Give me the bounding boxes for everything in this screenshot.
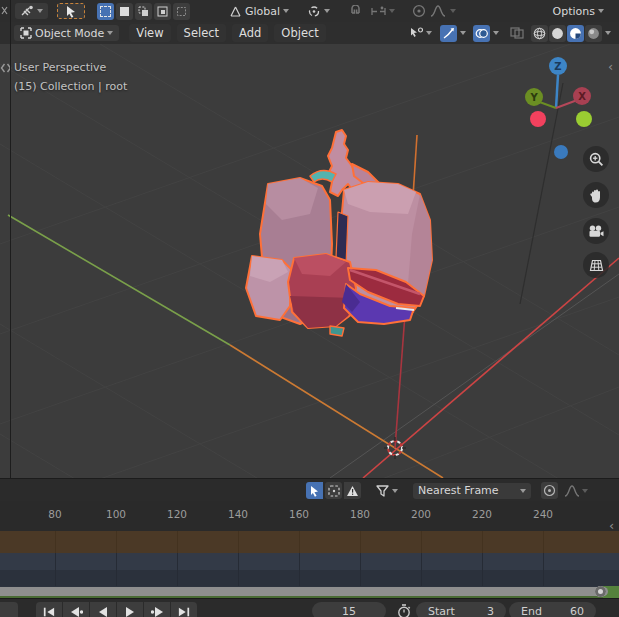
ruler-tick: 160 bbox=[289, 508, 309, 520]
area-divider[interactable] bbox=[10, 0, 11, 478]
zoom-view-button[interactable] bbox=[583, 146, 609, 172]
object-types-dropdown[interactable] bbox=[405, 25, 437, 41]
start-label: Start bbox=[428, 605, 455, 617]
menu-view[interactable]: View bbox=[129, 24, 170, 42]
preview-range-clock-icon[interactable] bbox=[397, 604, 411, 617]
magnifier-icon bbox=[589, 152, 604, 167]
timeline-ruler[interactable]: 80 100 120 140 160 180 200 220 240 ‹ bbox=[0, 501, 619, 531]
ruler-tick: 180 bbox=[350, 508, 370, 520]
falloff-curve-icon[interactable] bbox=[430, 5, 446, 17]
select-mode-subtract[interactable] bbox=[135, 3, 152, 20]
tweak-tool-button[interactable] bbox=[57, 3, 85, 19]
horizontal-scrollbar[interactable] bbox=[0, 587, 608, 596]
ruler-tick: 100 bbox=[106, 508, 126, 520]
select-extend-icon bbox=[120, 7, 129, 16]
transform-orientation-dropdown[interactable]: Global bbox=[224, 3, 294, 19]
gizmos-toggle[interactable] bbox=[440, 25, 457, 42]
gizmo-z-negative-ball bbox=[554, 145, 568, 159]
pivot-point-dropdown[interactable] bbox=[302, 3, 335, 19]
select-mode-invert[interactable] bbox=[154, 3, 171, 20]
orientation-icon bbox=[229, 5, 242, 18]
pan-view-button[interactable] bbox=[583, 182, 609, 208]
scrollbar-knob[interactable] bbox=[595, 586, 606, 597]
menu-object[interactable]: Object bbox=[274, 24, 325, 42]
orientation-label: Global bbox=[245, 5, 280, 18]
playback-popover-button[interactable] bbox=[0, 602, 18, 617]
ruler-corner-icon[interactable]: ‹ bbox=[609, 521, 614, 531]
play-button[interactable] bbox=[117, 602, 143, 617]
menu-add[interactable]: Add bbox=[232, 24, 268, 42]
menu-bar: View Select Add Object bbox=[129, 24, 326, 42]
prev-keyframe-button[interactable] bbox=[63, 602, 89, 617]
gizmo-y-label: Y bbox=[529, 92, 538, 103]
xray-toggle-icon[interactable] bbox=[510, 27, 524, 39]
snap-target-dropdown[interactable] bbox=[366, 3, 400, 19]
magnet-icon[interactable] bbox=[349, 5, 362, 18]
viewport-toggles bbox=[405, 25, 611, 42]
navigation-gizmo[interactable]: Z Y X bbox=[522, 52, 598, 164]
timeline-tweak-tool[interactable] bbox=[306, 482, 323, 499]
select-mode-set[interactable] bbox=[97, 3, 114, 20]
gizmo-x-label: X bbox=[578, 91, 586, 102]
solid-sphere-icon bbox=[551, 27, 564, 40]
ruler-tick: 80 bbox=[48, 508, 61, 520]
viewport-header: Object Mode View Select Add Object bbox=[0, 22, 619, 45]
timeline-range-band[interactable] bbox=[0, 531, 619, 553]
shading-rendered[interactable] bbox=[585, 25, 602, 42]
active-collection: (15) Collection | root bbox=[14, 77, 127, 96]
snap-mode-dropdown[interactable]: Nearest Frame bbox=[413, 483, 531, 499]
timeline-cursor-icon bbox=[310, 485, 320, 497]
menu-select[interactable]: Select bbox=[177, 24, 226, 42]
camera-view-button[interactable] bbox=[583, 218, 609, 244]
next-keyframe-button[interactable] bbox=[144, 602, 170, 617]
mode-label: Object Mode bbox=[35, 27, 104, 40]
active-tool-dropdown[interactable] bbox=[15, 3, 48, 19]
current-frame-field[interactable]: 15 bbox=[312, 602, 386, 617]
jump-to-start-button[interactable] bbox=[36, 602, 62, 617]
axis-y-near-line bbox=[230, 345, 443, 478]
play-reverse-button[interactable] bbox=[90, 602, 116, 617]
ruler-tick: 120 bbox=[167, 508, 187, 520]
timeline-header: Nearest Frame bbox=[0, 478, 619, 502]
visibility-pointer-icon bbox=[410, 27, 423, 39]
mode-dropdown[interactable]: Object Mode bbox=[14, 25, 119, 41]
shading-material-preview[interactable] bbox=[567, 25, 584, 42]
tool-settings-bar: Global Options bbox=[0, 0, 619, 23]
frame-start-field[interactable]: Start 3 bbox=[416, 602, 506, 617]
timeline-falloff-icon[interactable] bbox=[564, 485, 580, 497]
playback-controls bbox=[36, 602, 197, 617]
ruler-tick: 140 bbox=[228, 508, 248, 520]
snap-mode-label: Nearest Frame bbox=[418, 484, 499, 497]
timeline-channel-area[interactable] bbox=[0, 553, 619, 586]
cut-edge-icon bbox=[1, 6, 9, 15]
snap-target-icon bbox=[371, 6, 386, 17]
select-mode-extend[interactable] bbox=[116, 3, 133, 20]
object-mode-icon bbox=[20, 27, 32, 39]
sidebar-toggle-icon[interactable]: ‹ bbox=[608, 62, 613, 72]
perspective-toggle-button[interactable] bbox=[583, 252, 609, 278]
shading-solid[interactable] bbox=[549, 25, 566, 42]
end-value: 60 bbox=[570, 605, 584, 617]
timeline-proportional-toggle[interactable] bbox=[541, 482, 558, 499]
filter-dropdown[interactable] bbox=[371, 483, 403, 499]
view-name: User Perspective bbox=[14, 58, 127, 77]
timeline-marker-tool[interactable] bbox=[344, 482, 361, 499]
timeline-box-select-tool[interactable] bbox=[325, 482, 342, 499]
teal-organ-bottom bbox=[330, 326, 344, 336]
frame-end-field[interactable]: End 60 bbox=[509, 602, 596, 617]
ortho-grid-icon bbox=[589, 259, 604, 272]
end-label: End bbox=[521, 605, 542, 617]
filter-funnel-icon bbox=[376, 485, 389, 497]
shading-wireframe[interactable] bbox=[531, 25, 548, 42]
select-mode-intersect[interactable] bbox=[173, 3, 190, 20]
jump-to-end-button[interactable] bbox=[171, 602, 197, 617]
overlays-toggle[interactable] bbox=[473, 25, 490, 42]
current-frame-value: 15 bbox=[342, 605, 356, 617]
options-dropdown[interactable]: Options bbox=[548, 3, 609, 19]
channel-row bbox=[0, 553, 619, 570]
anatomy-model bbox=[246, 130, 432, 336]
viewport-3d[interactable]: User Perspective (15) Collection | root … bbox=[0, 44, 619, 478]
hand-icon bbox=[589, 188, 603, 203]
proportional-edit-icon[interactable] bbox=[412, 4, 426, 18]
proportional-group bbox=[412, 4, 456, 18]
